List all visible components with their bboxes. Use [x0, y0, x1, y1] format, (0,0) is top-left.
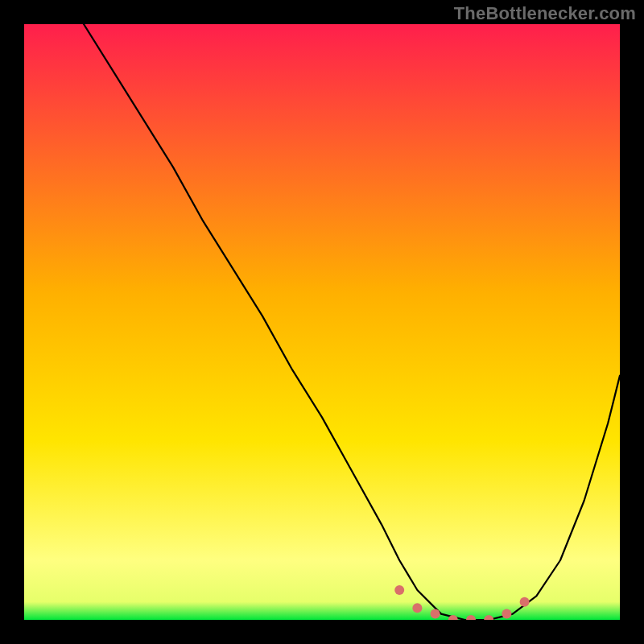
marker-dot [520, 597, 530, 607]
plot-area [24, 24, 620, 620]
watermark-text: TheBottlenecker.com [454, 3, 636, 24]
marker-dot [412, 603, 422, 613]
chart-stage: TheBottlenecker.com [0, 0, 644, 644]
marker-dot [502, 609, 511, 619]
plot-svg [24, 24, 620, 620]
gradient-background [24, 24, 620, 620]
marker-dot [431, 609, 440, 619]
marker-dot [394, 585, 404, 595]
